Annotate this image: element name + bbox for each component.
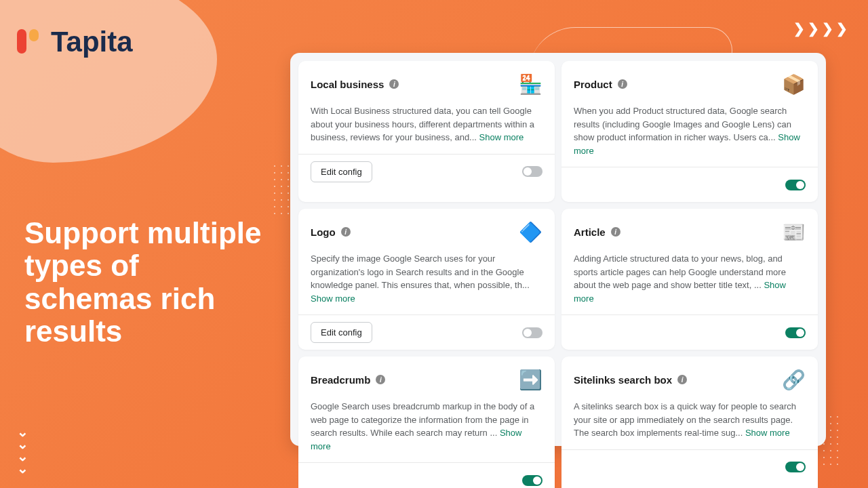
schema-type-icon: 🔗 [781, 367, 806, 392]
schema-title: Local business [311, 79, 384, 90]
schema-description: Specify the image Google Search uses for… [311, 252, 542, 305]
info-icon[interactable]: i [376, 375, 385, 384]
schema-panel: Local businessi🏪With Local Business stru… [290, 53, 826, 446]
schema-card: Sitelinks search boxi🔗A sitelinks search… [561, 357, 818, 488]
page-headline: Support multiple types of schemas rich r… [24, 217, 269, 348]
brand-logo: Tapita [17, 26, 133, 58]
enable-toggle[interactable] [785, 462, 806, 472]
info-icon[interactable]: i [611, 227, 620, 237]
info-icon[interactable]: i [389, 79, 399, 89]
schema-type-icon: 📦 [781, 72, 806, 96]
edit-config-button[interactable]: Edit config [311, 161, 372, 182]
schema-title: Breadcrumb [311, 374, 370, 386]
schema-card: Breadcrumbi➡️Google Search uses breadcru… [298, 357, 555, 488]
background-blob [0, 0, 217, 163]
show-more-link[interactable]: Show more [745, 428, 790, 438]
schema-title: Article [574, 226, 606, 238]
schema-title: Product [574, 79, 612, 90]
schema-description: When you add Product structured data, Go… [574, 104, 806, 157]
decorative-arrows-down: ⌄⌄⌄⌄ [17, 426, 28, 474]
edit-config-button[interactable]: Edit config [311, 322, 372, 343]
info-icon[interactable]: i [341, 227, 351, 237]
schema-card: Logoi🔷Specify the image Google Search us… [298, 209, 555, 350]
enable-toggle[interactable] [522, 475, 542, 486]
decorative-arrows-right: ❯❯❯❯ [793, 20, 848, 37]
enable-toggle[interactable] [522, 327, 542, 338]
schema-card: Local businessi🏪With Local Business stru… [298, 61, 555, 202]
logo-icon [17, 29, 43, 55]
schema-description: Google Search uses breadcrumb markup in … [311, 400, 542, 453]
show-more-link[interactable]: Show more [479, 132, 524, 142]
schema-title: Sitelinks search box [574, 374, 672, 386]
schema-type-icon: 🔷 [518, 220, 542, 244]
enable-toggle[interactable] [785, 180, 806, 190]
schema-description: A sitelinks search box is a quick way fo… [574, 400, 806, 440]
enable-toggle[interactable] [522, 166, 542, 177]
schema-type-icon: 📰 [781, 220, 806, 244]
enable-toggle[interactable] [785, 327, 806, 338]
schema-type-icon: ➡️ [518, 367, 542, 392]
brand-name: Tapita [51, 26, 133, 58]
show-more-link[interactable]: Show more [311, 293, 355, 304]
schema-description: Adding Article structured data to your n… [574, 252, 806, 305]
schema-card: Articlei📰Adding Article structured data … [561, 209, 818, 350]
schema-description: With Local Business structured data, you… [311, 104, 542, 144]
schema-title: Logo [311, 226, 336, 238]
schema-card: Producti📦When you add Product structured… [561, 61, 818, 202]
info-icon[interactable]: i [677, 375, 687, 384]
info-icon[interactable]: i [618, 79, 627, 89]
schema-type-icon: 🏪 [518, 72, 542, 96]
